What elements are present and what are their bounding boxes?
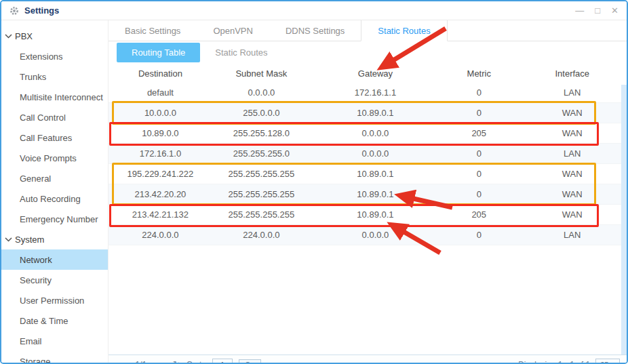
table-row: 213.42.21.132255.255.255.25510.89.0.1205… xyxy=(109,205,627,225)
tab-openvpn[interactable]: OpenVPN xyxy=(197,20,269,41)
table-cell: 172.16.1.1 xyxy=(311,87,440,98)
sidebar-item-network[interactable]: Network xyxy=(1,249,108,270)
settings-window: Settings — □ ✕ PBX Extensions Trunks Mul… xyxy=(0,0,628,364)
sidebar-item-label: Trunks xyxy=(20,72,46,82)
sidebar-item-multisite-interconnect[interactable]: Multisite Interconnect xyxy=(1,87,108,107)
table-cell: 205 xyxy=(440,128,518,138)
sidebar-item-label: Network xyxy=(20,255,52,265)
sidebar-item-date-time[interactable]: Date & Time xyxy=(1,310,108,331)
table-cell: 255.0.0.0 xyxy=(212,108,311,118)
displaying-text: Displaying 1 - 1 of 1 xyxy=(518,360,590,364)
table-cell: WAN xyxy=(518,128,627,138)
table-cell: 255.255.255.255 xyxy=(212,209,311,220)
table-row: 213.42.20.20255.255.255.25510.89.0.10WAN xyxy=(109,184,627,205)
table-row: default0.0.0.0172.16.1.10LAN xyxy=(109,83,627,103)
table-cell: 255.255.255.255 xyxy=(212,169,311,179)
table-cell: 224.0.0.0 xyxy=(109,230,212,240)
table-cell: LAN xyxy=(518,148,627,159)
minimize-button[interactable]: — xyxy=(575,6,584,15)
close-button[interactable]: ✕ xyxy=(611,6,619,15)
content-panel: Basic Settings OpenVPN DDNS Settings Sta… xyxy=(109,20,627,363)
table-cell: 10.0.0.0 xyxy=(109,108,212,118)
sidebar: PBX Extensions Trunks Multisite Intercon… xyxy=(1,20,109,363)
table-cell: 224.0.0.0 xyxy=(212,230,311,240)
table-cell: 0 xyxy=(440,148,518,159)
tab-static-routes[interactable]: Static Routes xyxy=(361,20,447,41)
titlebar: Settings — □ ✕ xyxy=(1,1,627,20)
sidebar-item-label: Call Control xyxy=(20,113,66,123)
sidebar-group-system[interactable]: System xyxy=(1,229,108,249)
last-page-button[interactable]: » xyxy=(162,360,167,364)
column-header-destination: Destination xyxy=(109,68,212,79)
sidebar-item-label: Storage xyxy=(20,357,51,364)
sidebar-item-label: User Permission xyxy=(20,296,84,306)
sidebar-item-security[interactable]: Security xyxy=(1,270,108,290)
next-page-button[interactable]: › xyxy=(153,360,155,364)
subtab-routing-table[interactable]: Routing Table xyxy=(117,43,200,62)
table-cell: 10.89.0.0 xyxy=(109,128,212,138)
table-cell: 0.0.0.0 xyxy=(311,128,440,138)
table-cell: WAN xyxy=(518,189,627,199)
chevron-down-icon xyxy=(5,237,12,242)
first-page-button[interactable]: « xyxy=(115,360,120,364)
sidebar-item-label: Extensions xyxy=(20,52,63,62)
sidebar-item-label: Date & Time xyxy=(20,316,68,326)
column-header-metric: Metric xyxy=(440,68,518,79)
go-button[interactable]: Go xyxy=(239,359,261,364)
sidebar-item-call-control[interactable]: Call Control xyxy=(1,107,108,127)
page-size-select[interactable]: 25 ▾ xyxy=(595,359,620,364)
table-cell: 0 xyxy=(440,87,518,98)
table-cell: 0 xyxy=(440,230,518,240)
prev-page-button[interactable]: ‹ xyxy=(126,360,129,364)
table-row: 195.229.241.222255.255.255.25510.89.0.10… xyxy=(109,164,627,184)
table-cell: 255.255.255.0 xyxy=(212,148,311,159)
table-cell: 0 xyxy=(440,189,518,199)
column-header-interface: Interface xyxy=(518,68,627,79)
table-cell: WAN xyxy=(518,108,627,118)
maximize-button[interactable]: □ xyxy=(595,6,600,15)
sidebar-item-trunks[interactable]: Trunks xyxy=(1,66,108,87)
table-cell: LAN xyxy=(518,230,627,240)
pagination-bar: « ‹ 1/1 › » ↻ Go to Go Displaying 1 - 1 … xyxy=(109,355,627,364)
routing-table: default0.0.0.0172.16.1.10LAN 10.0.0.0255… xyxy=(109,83,627,245)
sidebar-item-label: Auto Recording xyxy=(20,194,81,204)
table-cell: WAN xyxy=(518,209,627,220)
page-indicator: 1/1 xyxy=(136,360,147,364)
table-cell: WAN xyxy=(518,169,627,179)
table-cell: 0.0.0.0 xyxy=(311,230,440,240)
sidebar-item-label: Emergency Number xyxy=(20,214,98,224)
table-cell: 255.255.128.0 xyxy=(212,128,311,138)
table-cell: 195.229.241.222 xyxy=(109,169,212,179)
table-cell: 10.89.0.1 xyxy=(311,189,440,199)
table-cell: 10.89.0.1 xyxy=(311,108,440,118)
table-cell: 172.16.1.0 xyxy=(109,148,212,159)
sidebar-item-emergency-number[interactable]: Emergency Number xyxy=(1,209,108,229)
goto-page-input[interactable] xyxy=(212,359,233,364)
sidebar-item-auto-recording[interactable]: Auto Recording xyxy=(1,188,108,209)
sidebar-item-label: Security xyxy=(20,275,52,285)
sidebar-group-label: PBX xyxy=(15,31,33,41)
sidebar-group-pbx[interactable]: PBX xyxy=(1,26,108,46)
table-row: 172.16.1.0255.255.255.00.0.0.00LAN xyxy=(109,144,627,164)
subtab-static-routes[interactable]: Static Routes xyxy=(200,43,282,62)
sidebar-item-label: Multisite Interconnect xyxy=(20,92,103,102)
sidebar-item-email[interactable]: Email xyxy=(1,331,108,351)
table-row: 10.0.0.0255.0.0.010.89.0.10WAN xyxy=(109,103,627,123)
sidebar-item-voice-prompts[interactable]: Voice Prompts xyxy=(1,148,108,168)
refresh-icon[interactable]: ↻ xyxy=(173,360,180,364)
table-row: 10.89.0.0255.255.128.00.0.0.0205WAN xyxy=(109,123,627,144)
scrollbar[interactable] xyxy=(621,85,627,355)
sidebar-item-storage[interactable]: Storage xyxy=(1,351,108,364)
sidebar-item-user-permission[interactable]: User Permission xyxy=(1,290,108,310)
column-header-subnet-mask: Subnet Mask xyxy=(212,68,311,79)
sidebar-item-label: Call Features xyxy=(20,133,72,143)
tab-ddns-settings[interactable]: DDNS Settings xyxy=(269,20,361,41)
table-cell: 213.42.21.132 xyxy=(109,209,212,220)
sidebar-item-general[interactable]: General xyxy=(1,168,108,188)
sidebar-item-extensions[interactable]: Extensions xyxy=(1,46,108,66)
sidebar-item-call-features[interactable]: Call Features xyxy=(1,127,108,148)
column-header-gateway: Gateway xyxy=(311,68,440,79)
tab-basic-settings[interactable]: Basic Settings xyxy=(109,20,197,41)
sidebar-item-label: Voice Prompts xyxy=(20,153,77,163)
table-cell: 10.89.0.1 xyxy=(311,169,440,179)
